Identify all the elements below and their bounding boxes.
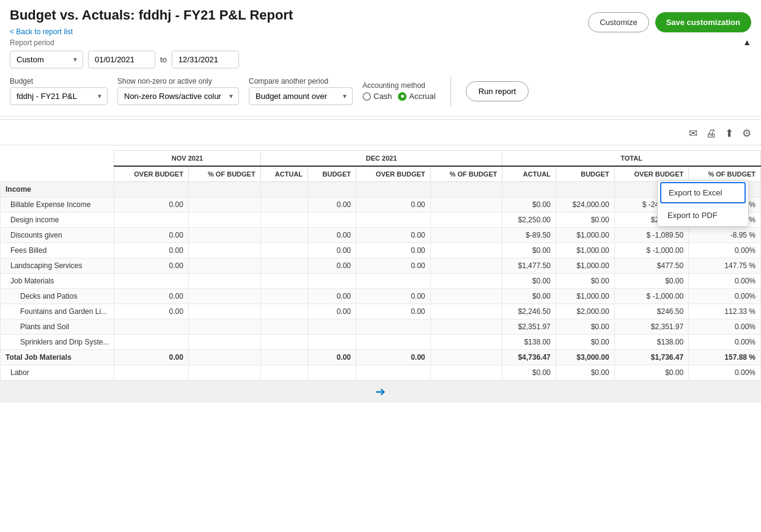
table-row: Landscaping Services0.000.000.00$1,477.5…	[1, 258, 761, 274]
table-row: Decks and Patios0.000.000.00$0.00$1,000.…	[1, 289, 761, 304]
print-icon[interactable]: 🖨	[706, 128, 716, 140]
tot-over-budget-header: OVER BUDGET	[614, 166, 689, 182]
dec-group-header: DEC 2021	[260, 151, 502, 167]
tot-budget-header: BUDGET	[556, 166, 614, 182]
back-to-report-list-link[interactable]: Back to report list	[10, 27, 73, 36]
dec-budget-header: BUDGET	[308, 166, 356, 182]
export-icon[interactable]: ⬆	[725, 127, 733, 140]
scroll-right-arrow: ➔	[375, 384, 386, 399]
export-excel-item[interactable]: Export to Excel	[660, 182, 746, 203]
export-pdf-item[interactable]: Export to PDF	[658, 205, 748, 226]
table-col-header-row: OVER BUDGET % OF BUDGET ACTUAL BUDGET OV…	[1, 166, 761, 182]
dec-actual-header: ACTUAL	[260, 166, 307, 182]
accrual-label: Accrual	[409, 92, 435, 101]
report-period-label: Report period	[10, 38, 529, 47]
to-label: to	[160, 55, 167, 64]
table-group-header-row: NOV 2021 DEC 2021 TOTAL	[1, 151, 761, 167]
scroll-hint: ➔	[0, 381, 761, 403]
run-report-button[interactable]: Run report	[466, 81, 529, 101]
export-dropdown-menu: Export to Excel Export to PDF	[657, 180, 749, 227]
collapse-button[interactable]: ▲	[743, 37, 751, 47]
accounting-radio-group: Cash Accrual	[362, 92, 436, 101]
table-row: Plants and Soil$2,351.97$0.00$2,351.970.…	[1, 319, 761, 335]
nov-pct-budget-header: % OF BUDGET	[188, 166, 260, 182]
nov-group-header: NOV 2021	[114, 151, 260, 167]
section-divider	[0, 119, 761, 120]
cash-label: Cash	[373, 92, 392, 101]
save-customization-button[interactable]: Save customization	[655, 12, 751, 32]
budget-select[interactable]: fddhj - FY21 P&L	[10, 87, 108, 105]
table-row: Total Job Materials0.000.000.00$4,736.47…	[1, 350, 761, 365]
compare-field-group: Compare another period Budget amount ove…	[249, 77, 353, 105]
table-row: Job Materials$0.00$0.00$0.000.00%	[1, 274, 761, 289]
cash-radio[interactable]: Cash	[362, 92, 392, 101]
table-row: Fountains and Garden Li...0.000.000.00$2…	[1, 304, 761, 319]
accounting-label: Accounting method	[362, 81, 436, 90]
period-select-wrapper: Custom This Month This Quarter This Year…	[10, 51, 83, 68]
show-field-group: Show non-zero or active only Non-zero Ro…	[117, 77, 239, 105]
table-row: Discounts given0.000.000.00$-89.50$1,000…	[1, 228, 761, 243]
show-select-wrapper: Non-zero Rows/active colur All ▼	[117, 87, 239, 105]
compare-select-wrapper: Budget amount over Budget amount None ▼	[249, 87, 353, 105]
dec-over-budget-header: OVER BUDGET	[356, 166, 430, 182]
divider	[450, 76, 451, 106]
compare-label: Compare another period	[249, 77, 353, 86]
table-row: Sprinklers and Drip Syste...$138.00$0.00…	[1, 335, 761, 350]
email-icon[interactable]: ✉	[689, 127, 697, 140]
tot-actual-header: ACTUAL	[502, 166, 556, 182]
report-table-container: NOV 2021 DEC 2021 TOTAL OVER BUDGET % OF…	[0, 150, 761, 381]
compare-select[interactable]: Budget amount over Budget amount None	[249, 87, 353, 105]
toolbar-row: ✉ 🖨 ⬆ ⚙	[0, 122, 761, 145]
table-row: Fees Billed0.000.000.00$0.00$1,000.00$ -…	[1, 243, 761, 258]
dec-pct-budget-header: % OF BUDGET	[430, 166, 502, 182]
row-label-col-header	[1, 166, 114, 182]
report-table: NOV 2021 DEC 2021 TOTAL OVER BUDGET % OF…	[0, 150, 761, 381]
cash-radio-empty-dot	[362, 92, 371, 101]
settings-icon[interactable]: ⚙	[742, 127, 751, 140]
total-group-header: TOTAL	[502, 151, 761, 167]
page-title: Budget vs. Actuals: fddhj - FY21 P&L Rep…	[10, 7, 529, 23]
period-select[interactable]: Custom This Month This Quarter This Year	[10, 51, 83, 68]
nov-over-budget-header: OVER BUDGET	[114, 166, 189, 182]
show-label: Show non-zero or active only	[117, 77, 239, 86]
budget-field-group: Budget fddhj - FY21 P&L ▼	[10, 77, 108, 105]
budget-select-wrapper: fddhj - FY21 P&L ▼	[10, 87, 108, 105]
show-select[interactable]: Non-zero Rows/active colur All	[117, 87, 239, 105]
budget-label: Budget	[10, 77, 108, 86]
table-row: Design income$2,250.00$0.00$2,250.000.00…	[1, 213, 761, 228]
table-row: Income	[1, 182, 761, 197]
table-row: Billable Expense Income0.000.000.00$0.00…	[1, 197, 761, 213]
table-row: Labor$0.00$0.00$0.000.00%	[1, 365, 761, 381]
accounting-field-group: Accounting method Cash Accrual	[362, 81, 436, 101]
table-label-header	[1, 151, 114, 167]
customize-button[interactable]: Customize	[588, 12, 649, 32]
accrual-radio-filled-dot	[398, 92, 406, 101]
accrual-radio[interactable]: Accrual	[398, 92, 435, 101]
tot-pct-budget-header: % OF BUDGET	[689, 166, 761, 182]
date-from-input[interactable]	[88, 51, 155, 68]
date-to-input[interactable]	[172, 51, 239, 68]
